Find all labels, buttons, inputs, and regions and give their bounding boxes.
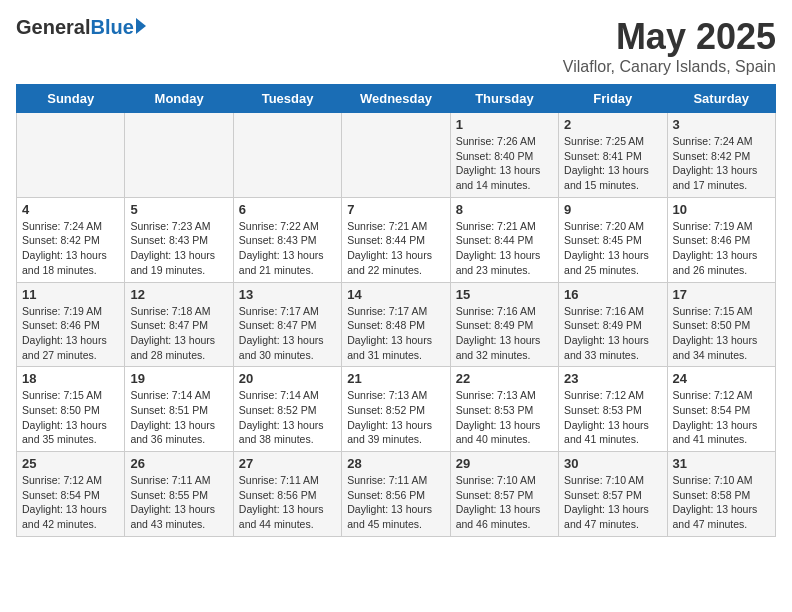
calendar-cell: 19Sunrise: 7:14 AM Sunset: 8:51 PM Dayli… xyxy=(125,367,233,452)
day-number: 19 xyxy=(130,371,227,386)
day-number: 16 xyxy=(564,287,661,302)
day-number: 5 xyxy=(130,202,227,217)
day-info: Sunrise: 7:11 AM Sunset: 8:56 PM Dayligh… xyxy=(347,473,444,532)
day-number: 2 xyxy=(564,117,661,132)
calendar-week-row: 1Sunrise: 7:26 AM Sunset: 8:40 PM Daylig… xyxy=(17,113,776,198)
calendar-day-header: Monday xyxy=(125,85,233,113)
day-info: Sunrise: 7:21 AM Sunset: 8:44 PM Dayligh… xyxy=(347,219,444,278)
day-info: Sunrise: 7:15 AM Sunset: 8:50 PM Dayligh… xyxy=(22,388,119,447)
day-info: Sunrise: 7:25 AM Sunset: 8:41 PM Dayligh… xyxy=(564,134,661,193)
day-info: Sunrise: 7:20 AM Sunset: 8:45 PM Dayligh… xyxy=(564,219,661,278)
calendar-table: SundayMondayTuesdayWednesdayThursdayFrid… xyxy=(16,84,776,537)
day-info: Sunrise: 7:13 AM Sunset: 8:52 PM Dayligh… xyxy=(347,388,444,447)
calendar-day-header: Saturday xyxy=(667,85,775,113)
calendar-cell: 20Sunrise: 7:14 AM Sunset: 8:52 PM Dayli… xyxy=(233,367,341,452)
day-number: 20 xyxy=(239,371,336,386)
calendar-cell: 26Sunrise: 7:11 AM Sunset: 8:55 PM Dayli… xyxy=(125,452,233,537)
calendar-cell: 27Sunrise: 7:11 AM Sunset: 8:56 PM Dayli… xyxy=(233,452,341,537)
title-section: May 2025 Vilaflor, Canary Islands, Spain xyxy=(563,16,776,76)
calendar-cell: 17Sunrise: 7:15 AM Sunset: 8:50 PM Dayli… xyxy=(667,282,775,367)
day-info: Sunrise: 7:19 AM Sunset: 8:46 PM Dayligh… xyxy=(22,304,119,363)
calendar-header-row: SundayMondayTuesdayWednesdayThursdayFrid… xyxy=(17,85,776,113)
calendar-cell: 16Sunrise: 7:16 AM Sunset: 8:49 PM Dayli… xyxy=(559,282,667,367)
day-info: Sunrise: 7:12 AM Sunset: 8:53 PM Dayligh… xyxy=(564,388,661,447)
calendar-cell: 31Sunrise: 7:10 AM Sunset: 8:58 PM Dayli… xyxy=(667,452,775,537)
day-number: 22 xyxy=(456,371,553,386)
calendar-cell: 11Sunrise: 7:19 AM Sunset: 8:46 PM Dayli… xyxy=(17,282,125,367)
day-number: 15 xyxy=(456,287,553,302)
calendar-cell xyxy=(342,113,450,198)
day-info: Sunrise: 7:16 AM Sunset: 8:49 PM Dayligh… xyxy=(456,304,553,363)
calendar-cell: 30Sunrise: 7:10 AM Sunset: 8:57 PM Dayli… xyxy=(559,452,667,537)
calendar-week-row: 25Sunrise: 7:12 AM Sunset: 8:54 PM Dayli… xyxy=(17,452,776,537)
day-number: 25 xyxy=(22,456,119,471)
calendar-cell: 23Sunrise: 7:12 AM Sunset: 8:53 PM Dayli… xyxy=(559,367,667,452)
day-info: Sunrise: 7:18 AM Sunset: 8:47 PM Dayligh… xyxy=(130,304,227,363)
day-info: Sunrise: 7:19 AM Sunset: 8:46 PM Dayligh… xyxy=(673,219,770,278)
day-info: Sunrise: 7:12 AM Sunset: 8:54 PM Dayligh… xyxy=(673,388,770,447)
day-number: 21 xyxy=(347,371,444,386)
day-number: 4 xyxy=(22,202,119,217)
calendar-cell: 6Sunrise: 7:22 AM Sunset: 8:43 PM Daylig… xyxy=(233,197,341,282)
day-info: Sunrise: 7:22 AM Sunset: 8:43 PM Dayligh… xyxy=(239,219,336,278)
calendar-cell: 1Sunrise: 7:26 AM Sunset: 8:40 PM Daylig… xyxy=(450,113,558,198)
day-number: 30 xyxy=(564,456,661,471)
page-header: General Blue May 2025 Vilaflor, Canary I… xyxy=(16,16,776,76)
day-info: Sunrise: 7:10 AM Sunset: 8:57 PM Dayligh… xyxy=(456,473,553,532)
day-info: Sunrise: 7:15 AM Sunset: 8:50 PM Dayligh… xyxy=(673,304,770,363)
calendar-cell: 15Sunrise: 7:16 AM Sunset: 8:49 PM Dayli… xyxy=(450,282,558,367)
calendar-day-header: Tuesday xyxy=(233,85,341,113)
calendar-cell xyxy=(125,113,233,198)
calendar-cell: 2Sunrise: 7:25 AM Sunset: 8:41 PM Daylig… xyxy=(559,113,667,198)
day-info: Sunrise: 7:26 AM Sunset: 8:40 PM Dayligh… xyxy=(456,134,553,193)
calendar-cell: 8Sunrise: 7:21 AM Sunset: 8:44 PM Daylig… xyxy=(450,197,558,282)
day-number: 10 xyxy=(673,202,770,217)
calendar-week-row: 18Sunrise: 7:15 AM Sunset: 8:50 PM Dayli… xyxy=(17,367,776,452)
day-info: Sunrise: 7:14 AM Sunset: 8:51 PM Dayligh… xyxy=(130,388,227,447)
calendar-cell: 5Sunrise: 7:23 AM Sunset: 8:43 PM Daylig… xyxy=(125,197,233,282)
day-number: 14 xyxy=(347,287,444,302)
logo-arrow-icon xyxy=(136,18,146,34)
day-info: Sunrise: 7:17 AM Sunset: 8:48 PM Dayligh… xyxy=(347,304,444,363)
calendar-cell: 12Sunrise: 7:18 AM Sunset: 8:47 PM Dayli… xyxy=(125,282,233,367)
calendar-cell: 22Sunrise: 7:13 AM Sunset: 8:53 PM Dayli… xyxy=(450,367,558,452)
day-number: 12 xyxy=(130,287,227,302)
day-info: Sunrise: 7:24 AM Sunset: 8:42 PM Dayligh… xyxy=(22,219,119,278)
calendar-cell: 28Sunrise: 7:11 AM Sunset: 8:56 PM Dayli… xyxy=(342,452,450,537)
day-info: Sunrise: 7:23 AM Sunset: 8:43 PM Dayligh… xyxy=(130,219,227,278)
calendar-cell: 13Sunrise: 7:17 AM Sunset: 8:47 PM Dayli… xyxy=(233,282,341,367)
day-number: 23 xyxy=(564,371,661,386)
day-info: Sunrise: 7:11 AM Sunset: 8:56 PM Dayligh… xyxy=(239,473,336,532)
calendar-cell: 3Sunrise: 7:24 AM Sunset: 8:42 PM Daylig… xyxy=(667,113,775,198)
day-info: Sunrise: 7:10 AM Sunset: 8:58 PM Dayligh… xyxy=(673,473,770,532)
calendar-day-header: Friday xyxy=(559,85,667,113)
day-number: 9 xyxy=(564,202,661,217)
day-info: Sunrise: 7:14 AM Sunset: 8:52 PM Dayligh… xyxy=(239,388,336,447)
calendar-cell: 4Sunrise: 7:24 AM Sunset: 8:42 PM Daylig… xyxy=(17,197,125,282)
day-number: 6 xyxy=(239,202,336,217)
day-number: 3 xyxy=(673,117,770,132)
day-number: 26 xyxy=(130,456,227,471)
day-info: Sunrise: 7:13 AM Sunset: 8:53 PM Dayligh… xyxy=(456,388,553,447)
day-info: Sunrise: 7:11 AM Sunset: 8:55 PM Dayligh… xyxy=(130,473,227,532)
day-info: Sunrise: 7:21 AM Sunset: 8:44 PM Dayligh… xyxy=(456,219,553,278)
calendar-cell: 7Sunrise: 7:21 AM Sunset: 8:44 PM Daylig… xyxy=(342,197,450,282)
day-info: Sunrise: 7:24 AM Sunset: 8:42 PM Dayligh… xyxy=(673,134,770,193)
logo-general: General xyxy=(16,16,90,39)
day-number: 1 xyxy=(456,117,553,132)
day-info: Sunrise: 7:16 AM Sunset: 8:49 PM Dayligh… xyxy=(564,304,661,363)
day-number: 8 xyxy=(456,202,553,217)
calendar-cell: 18Sunrise: 7:15 AM Sunset: 8:50 PM Dayli… xyxy=(17,367,125,452)
day-info: Sunrise: 7:17 AM Sunset: 8:47 PM Dayligh… xyxy=(239,304,336,363)
day-number: 13 xyxy=(239,287,336,302)
calendar-cell xyxy=(233,113,341,198)
calendar-day-header: Sunday xyxy=(17,85,125,113)
logo: General Blue xyxy=(16,16,146,39)
calendar-day-header: Thursday xyxy=(450,85,558,113)
month-title: May 2025 xyxy=(563,16,776,58)
day-number: 31 xyxy=(673,456,770,471)
calendar-day-header: Wednesday xyxy=(342,85,450,113)
logo-blue: Blue xyxy=(90,16,133,39)
calendar-cell xyxy=(17,113,125,198)
day-number: 7 xyxy=(347,202,444,217)
